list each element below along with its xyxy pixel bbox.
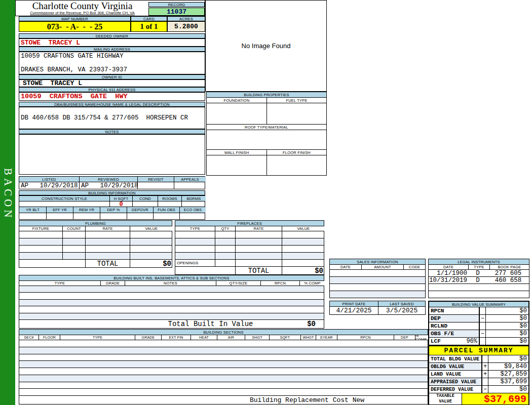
plumbing-title: PLUMBING <box>19 221 172 226</box>
plumbing-table: PLUMBING FIXTURE COUNT RATE VALUE TOTAL … <box>19 220 172 268</box>
eff-yr-field[interactable] <box>46 213 73 219</box>
notes-field[interactable] <box>19 134 205 175</box>
building-sections-table: BUILDING SECTIONS SEC# FLOOR TYPE GRADE … <box>19 329 428 404</box>
revisit-field[interactable] <box>137 182 174 189</box>
fireplaces-openings-label: OPENINGS <box>175 260 215 266</box>
h-sqft-label: H SQFT <box>109 196 132 201</box>
built-ins-header-type: TYPE <box>19 281 100 286</box>
legal-date: 1/1/1900 <box>429 270 467 277</box>
fireplaces-total-label: TOTAL <box>235 267 282 274</box>
bvs-label: DEP <box>429 315 479 322</box>
record-value-field[interactable]: 11037 <box>148 8 205 16</box>
wall-finish-field[interactable] <box>207 155 267 175</box>
bvs-label: RCLND <box>429 322 479 330</box>
plumbing-cell <box>19 253 62 259</box>
rem-yr-field[interactable] <box>73 213 100 219</box>
plumbing-header-fixture: FIXTURE <box>19 226 62 231</box>
sales-information-title: SALES INFORMATION <box>330 259 425 264</box>
bdrms-label: BDRMS <box>181 196 206 201</box>
legal-header-date: DATE <box>429 265 468 269</box>
parcel-value: $9,840 <box>488 363 528 370</box>
fireplaces-cell <box>282 238 325 245</box>
built-ins-table: BUILDING BUILT INS, BASEMENTS, ATTICS & … <box>19 275 324 329</box>
depovr-field[interactable] <box>127 213 153 219</box>
fireplaces-header-qty: QTY <box>215 226 235 231</box>
plumbing-cell <box>62 253 85 259</box>
parcel-value: $0 <box>488 355 528 362</box>
sections-header-sqft: SQFT <box>269 335 300 340</box>
fireplaces-cell <box>282 260 325 266</box>
map-value-row: 073- - A- - - 25 1 of 1 5.2800 <box>19 21 205 32</box>
sections-header-grade: GRADE <box>135 335 161 340</box>
dep-pct-label: DEP % <box>100 207 127 213</box>
parcel-op: – <box>481 386 488 393</box>
sections-header-rpcn: RPCN <box>337 335 394 340</box>
physical-address-field[interactable]: 10059 CRAFTONS GATE HWY <box>19 92 205 101</box>
acres-field[interactable]: 5.2800 <box>167 21 205 32</box>
plumbing-cell <box>85 246 130 252</box>
yr-blt-field[interactable] <box>19 213 46 219</box>
eco-obs-field[interactable] <box>179 213 206 219</box>
plumbing-cell <box>85 238 130 245</box>
parcel-op: + <box>481 371 488 378</box>
listed-field[interactable]: AP 10/29/2018 <box>19 182 79 189</box>
deeded-owner-field[interactable]: STOWE TRACEY L <box>19 38 205 47</box>
built-ins-header-comp: % COMP <box>299 281 325 286</box>
yr-blt-label: YR BLT <box>19 207 46 213</box>
sections-header-whgt: WHGT <box>300 335 316 340</box>
built-ins-header-qty-size: QTY/SIZE <box>216 281 260 286</box>
built-ins-title: BUILDING BUILT INS, BASEMENTS, ATTICS & … <box>19 275 324 280</box>
plumbing-cell <box>62 238 85 245</box>
legal-type: D <box>467 270 488 277</box>
table-row <box>19 347 428 354</box>
county-title: Charlotte County Virginia <box>16 1 149 12</box>
built-ins-header-notes: NOTES <box>125 281 216 286</box>
building-information-title: BUILDING INFORMATION <box>19 190 205 195</box>
fuel-type-field[interactable] <box>267 103 326 124</box>
fireplaces-cell <box>282 246 325 252</box>
sidebar: BACON <box>0 0 15 405</box>
roof-field[interactable] <box>207 130 326 149</box>
floor-finish-field[interactable] <box>267 155 326 175</box>
roof-label: ROOF TYPE/MATERIAL <box>207 125 326 130</box>
sales-header-amount: AMOUNT <box>361 265 403 269</box>
card-field[interactable]: 1 of 1 <box>131 21 167 32</box>
building-sections-title: BUILDING SECTIONS <box>19 330 428 335</box>
table-row <box>19 375 428 382</box>
owner-id-field[interactable]: STOWE TRACEY L <box>19 79 205 87</box>
reviewed-field[interactable]: AP 10/29/2018 <box>79 182 137 189</box>
fireplaces-cell <box>235 253 282 259</box>
foundation-field[interactable] <box>207 103 267 124</box>
parcel-summary-table: PARCEL SUMMARY TOTAL BLDG VALUE $0 OBLDG… <box>428 345 529 405</box>
parcel-op <box>481 355 488 362</box>
mailing-address-field[interactable]: 10059 CRAFTONS GATE HIGHWAY DRAKES BRANC… <box>19 52 205 74</box>
bvs-label: OBS F/E <box>429 330 479 337</box>
fireplaces-cell <box>175 246 215 252</box>
sections-footer-label: Building Replacement Cost New <box>250 396 364 404</box>
construction-style-label: CONSTRUCTION STYLE <box>19 196 109 201</box>
table-row <box>330 276 425 284</box>
no-image-message: No Image Found <box>242 42 291 50</box>
fun-obs-field[interactable] <box>153 213 179 219</box>
building-information-table1: CONSTRUCTION STYLE H SQFT COND ROOMS BDR… <box>19 195 205 208</box>
fun-obs-label: FUN OBS <box>153 207 179 213</box>
dep-pct-field[interactable] <box>100 213 127 219</box>
legal-instruments-table: LEGAL INSTRUMENTS DATE TYPE BOOK PAGE 1/… <box>428 259 529 298</box>
fireplaces-cell <box>175 238 215 245</box>
fireplaces-cell <box>175 231 215 238</box>
parcel-value: $37,699 <box>488 378 528 385</box>
fireplaces-cell <box>215 246 235 252</box>
bvs-value: $0 <box>485 338 528 345</box>
plumbing-cell <box>85 231 130 238</box>
sections-header-comp: % COMP <box>415 335 429 340</box>
appeals-field[interactable] <box>174 182 206 189</box>
bvs-label-text: DEP <box>431 315 441 321</box>
plumbing-cell <box>19 238 62 245</box>
plumbing-cell <box>85 253 130 259</box>
table-row <box>19 388 428 395</box>
sales-information-table: SALES INFORMATION DATE AMOUNT CODE <box>329 259 426 298</box>
map-number-field[interactable]: 073- - A- - - 25 <box>19 21 131 32</box>
legal-description-field[interactable]: DB 460/658 DB 315/754 & 277/605 HORSEPEN… <box>19 107 205 129</box>
reviewed-label: REVIEWED <box>79 177 137 182</box>
sections-footer-row: Building Replacement Cost New <box>19 395 428 404</box>
